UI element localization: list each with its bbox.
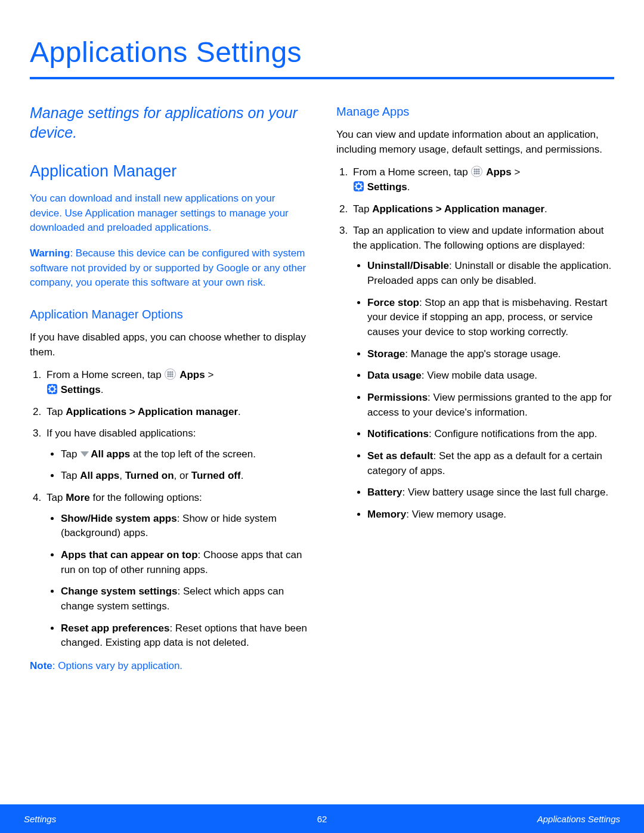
list-item: Tap Applications > Application manager. — [351, 202, 614, 217]
step3-bullets: Tap All apps at the top left of the scre… — [47, 447, 308, 484]
list-item: Force stop: Stop an app that is misbehav… — [367, 296, 614, 340]
gear-icon — [354, 181, 364, 191]
step3b-b3: Turned off — [191, 470, 241, 481]
svg-point-21 — [474, 171, 476, 172]
svg-point-18 — [474, 169, 476, 171]
svg-point-8 — [172, 376, 174, 377]
step2-bold: Applications > Application manager — [372, 203, 544, 215]
step3a-post: at the top left of the screen. — [130, 448, 256, 460]
apps-icon — [165, 368, 176, 380]
step2-pre: Tap — [353, 203, 372, 215]
svg-line-15 — [54, 391, 55, 392]
svg-point-0 — [168, 371, 169, 373]
list-item: Tap More for the following options: Show… — [44, 491, 308, 651]
list-item: Set as default: Set the app as a default… — [367, 449, 614, 478]
heading-manage-apps: Manage Apps — [336, 103, 614, 120]
note-para: Note: Options vary by application. — [30, 659, 308, 674]
list-item: Permissions: View permissions granted to… — [367, 391, 614, 420]
list-item: Apps that can appear on top: Choose apps… — [61, 548, 308, 577]
list-item: Tap an application to view and update in… — [351, 224, 614, 522]
step3-text: If you have disabled applications: — [47, 428, 196, 439]
opt-text: : View battery usage since the last full… — [402, 487, 609, 498]
opt-text: : Configure notifications from the app. — [429, 428, 597, 439]
svg-point-5 — [172, 373, 174, 375]
opt-label: Permissions — [367, 392, 428, 403]
svg-point-6 — [168, 376, 169, 377]
list-item: Notifications: Configure notifications f… — [367, 427, 614, 442]
settings-label: Settings — [61, 384, 101, 395]
opt-label: Change system settings — [61, 586, 178, 597]
gt: > — [205, 369, 214, 380]
appmgr-steps: From a Home screen, tap Apps > Settings.… — [30, 368, 308, 651]
svg-line-35 — [356, 188, 357, 190]
svg-point-25 — [476, 173, 478, 175]
svg-line-34 — [361, 184, 362, 185]
dropdown-triangle-icon — [80, 451, 89, 457]
step3b-b2: Turned on — [125, 470, 174, 481]
page: Applications Settings Manage settings fo… — [0, 0, 644, 833]
list-item: Uninstall/Disable: Uninstall or disable … — [367, 259, 614, 288]
period: . — [238, 406, 241, 417]
columns: Manage settings for applications on your… — [30, 103, 614, 674]
opt-label: Battery — [367, 487, 402, 498]
note-label: Note — [30, 660, 52, 671]
svg-point-4 — [169, 373, 171, 375]
sep: , — [119, 470, 125, 481]
svg-line-33 — [361, 188, 362, 190]
step1-pre: From a Home screen, tap — [47, 369, 164, 380]
opt-label: Force stop — [367, 297, 419, 308]
title-divider — [30, 77, 614, 79]
step4-post: for the following options: — [90, 492, 202, 503]
list-item: Storage: Manage the app's storage usage. — [367, 347, 614, 362]
app-options-bullets: Uninstall/Disable: Uninstall or disable … — [353, 259, 614, 522]
heading-application-manager: Application Manager — [30, 160, 308, 183]
step2-pre: Tap — [47, 406, 66, 417]
page-title: Applications Settings — [30, 36, 614, 69]
list-item: Tap All apps, Turned on, or Turned off. — [61, 469, 308, 484]
list-item: Data usage: View mobile data usage. — [367, 368, 614, 383]
list-item: If you have disabled applications: Tap A… — [44, 426, 308, 484]
page-intro: Manage settings for applications on your… — [30, 103, 308, 142]
svg-point-19 — [476, 169, 478, 171]
svg-line-16 — [54, 386, 55, 388]
period: . — [241, 470, 244, 481]
period: . — [101, 384, 104, 395]
apps-label: Apps — [179, 369, 205, 380]
opt-label: Set as default — [367, 450, 434, 462]
gear-icon — [47, 384, 57, 394]
list-item: From a Home screen, tap Apps > Settings. — [351, 165, 614, 194]
step3a-pre: Tap — [61, 448, 80, 460]
svg-point-3 — [168, 373, 169, 375]
step4-bold: More — [66, 492, 90, 503]
note-text: : Options vary by application. — [52, 660, 182, 671]
svg-point-1 — [169, 371, 171, 373]
apps-label: Apps — [486, 166, 512, 178]
opt-text: : View memory usage. — [406, 509, 506, 520]
svg-line-17 — [49, 391, 51, 392]
manage-apps-steps: From a Home screen, tap Apps > Settings.… — [336, 165, 614, 522]
list-item: Change system settings: Select which app… — [61, 584, 308, 614]
appmgr-intro-para: You can download and install new applica… — [30, 191, 308, 236]
opt-text: : View mobile data usage. — [422, 370, 537, 381]
warning-label: Warning — [30, 247, 70, 259]
svg-point-22 — [476, 171, 478, 172]
opt-text: : Manage the app's storage usage. — [405, 348, 561, 360]
right-column: Manage Apps You can view and update info… — [336, 103, 614, 674]
footer-page-number: 62 — [317, 814, 327, 824]
manage-apps-intro: You can view and update information abou… — [336, 128, 614, 157]
step3a-bold: All apps — [91, 448, 130, 460]
sep: , or — [174, 470, 191, 481]
svg-point-26 — [478, 173, 480, 175]
opt-label: Show/Hide system apps — [61, 513, 177, 524]
step2-bold: Applications > Application manager — [66, 406, 238, 417]
step1-pre: From a Home screen, tap — [353, 166, 470, 178]
step3b-b1: All apps — [80, 470, 119, 481]
gt: > — [512, 166, 521, 178]
appmgr-options-intro: If you have disabled apps, you can choos… — [30, 330, 308, 360]
svg-line-14 — [49, 386, 51, 388]
opt-label: Storage — [367, 348, 405, 360]
svg-point-23 — [478, 171, 480, 172]
opt-label: Reset app preferences — [61, 623, 169, 634]
list-item: Tap Applications > Application manager. — [44, 405, 308, 420]
svg-point-20 — [478, 169, 480, 171]
